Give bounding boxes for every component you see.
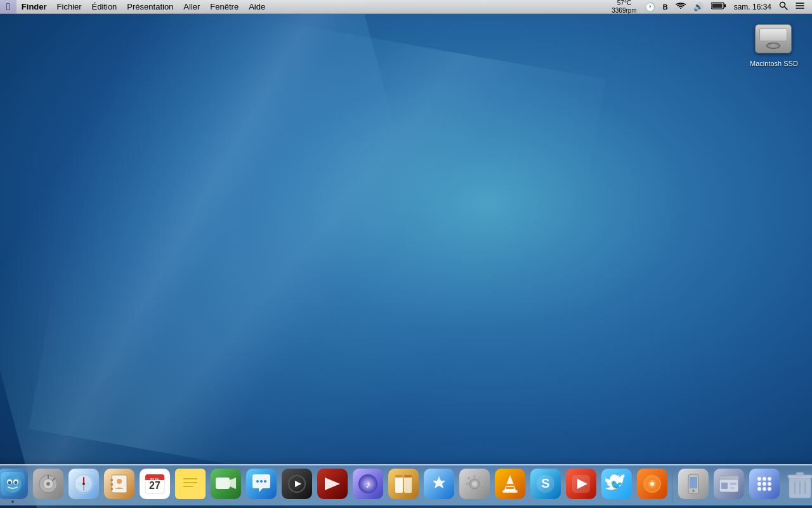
menu-aller[interactable]: Aller: [178, 0, 205, 14]
dock-item-stickies[interactable]: [174, 469, 207, 503]
svg-point-85: [768, 477, 771, 481]
dock-item-facetime[interactable]: [209, 469, 242, 503]
svg-rect-26: [110, 479, 113, 481]
menu-fenetre[interactable]: Fenêtre: [205, 0, 244, 14]
svg-rect-51: [404, 475, 412, 493]
svg-rect-53: [404, 475, 412, 478]
desktop:  Finder Fichier Édition Présentation Al…: [0, 0, 812, 508]
menubar-left:  Finder Fichier Édition Présentation Al…: [0, 0, 609, 14]
dock-item-twitter[interactable]: 🐦: [600, 469, 633, 503]
dock-item-dvdplayer[interactable]: [316, 469, 349, 503]
dock: SUN 27: [0, 464, 812, 505]
bluetooth-icon[interactable]: B: [660, 0, 671, 14]
dock-item-safari[interactable]: [67, 469, 100, 503]
svg-text:S: S: [541, 476, 549, 490]
launchpad-icon: [749, 469, 780, 499]
app1-icon: [566, 469, 596, 499]
dock-item-app1[interactable]: [565, 469, 598, 503]
svg-rect-65: [506, 487, 514, 489]
twitter-icon: 🐦: [601, 469, 632, 499]
quicktime-icon: [282, 469, 312, 499]
svg-point-91: [768, 487, 771, 491]
svg-rect-52: [395, 475, 403, 478]
svg-rect-56: [473, 475, 476, 478]
dock-item-messages[interactable]: [245, 469, 278, 503]
wifi-icon[interactable]: [673, 0, 688, 14]
desktop-hdd-icon[interactable]: Macintosh SSD: [749, 19, 799, 67]
svg-rect-57: [473, 490, 476, 493]
svg-rect-27: [110, 483, 113, 486]
dock-item-trash[interactable]: [783, 469, 813, 503]
dock-dot-finder: [11, 500, 14, 503]
svg-text:♪: ♪: [365, 479, 370, 490]
dock-separator: [672, 472, 673, 503]
trash-icon: [785, 469, 813, 499]
dock-item-finder[interactable]: [0, 469, 29, 503]
svg-rect-60: [467, 476, 471, 480]
svg-rect-2: [712, 3, 722, 8]
dock-item-ical[interactable]: SUN 27: [138, 469, 171, 503]
battery-icon[interactable]: [709, 0, 729, 14]
datetime-display[interactable]: sam. 16:34: [731, 0, 774, 14]
svg-text:27: 27: [149, 480, 160, 491]
clock-status-icon[interactable]: 🕐: [642, 0, 658, 14]
dock-item-vlc[interactable]: [494, 469, 527, 503]
dock-item-systemprefs[interactable]: [458, 469, 491, 503]
svg-point-13: [14, 481, 17, 485]
hdd-icon-image: [755, 19, 793, 57]
svg-rect-28: [110, 488, 113, 490]
menu-presentation[interactable]: Présentation: [122, 0, 178, 14]
dock-item-flux[interactable]: [636, 469, 669, 503]
skype-icon: S: [530, 469, 561, 499]
dock-item-launchpad[interactable]: [748, 469, 781, 503]
dock-item-ibooks[interactable]: [387, 469, 420, 503]
disk-utility-icon: [33, 469, 63, 499]
svg-point-84: [763, 477, 766, 481]
addressbook-icon: [104, 469, 134, 499]
svg-point-41: [256, 480, 259, 483]
svg-text:🐦: 🐦: [610, 479, 623, 491]
dock-item-appstore[interactable]: [422, 469, 455, 503]
menu-finder[interactable]: Finder: [16, 0, 52, 14]
svg-point-55: [472, 481, 477, 486]
svg-rect-63: [502, 490, 518, 493]
svg-point-76: [692, 490, 695, 492]
svg-rect-75: [690, 477, 697, 488]
ibooks-icon: [388, 469, 419, 499]
stickies-icon: [175, 469, 206, 499]
vlc-icon: [495, 469, 525, 499]
notification-icon[interactable]: [793, 0, 807, 14]
menubar-right: 57°C 3369rpm 🕐 B 🔊: [609, 0, 812, 15]
svg-rect-81: [730, 483, 737, 485]
svg-line-4: [785, 6, 788, 10]
svg-rect-79: [719, 478, 738, 480]
dock-item-iphone-config[interactable]: [677, 469, 710, 503]
svg-point-42: [260, 480, 263, 483]
svg-rect-59: [480, 483, 483, 485]
menu-fichier[interactable]: Fichier: [52, 0, 87, 14]
svg-point-90: [763, 487, 766, 491]
svg-rect-1: [724, 4, 726, 7]
svg-point-83: [757, 477, 761, 481]
svg-rect-80: [721, 483, 728, 489]
dock-item-quicktime[interactable]: [280, 469, 313, 503]
dock-item-skype[interactable]: S: [529, 469, 562, 503]
svg-point-9: [4, 475, 22, 493]
svg-point-16: [46, 482, 50, 486]
dock-container: SUN 27: [0, 464, 812, 508]
svg-rect-64: [505, 484, 515, 486]
svg-rect-39: [216, 478, 230, 489]
dock-item-itunes[interactable]: ♪: [351, 469, 384, 503]
svg-point-89: [757, 487, 761, 491]
dock-item-addressbook[interactable]: [103, 469, 136, 503]
svg-point-73: [650, 482, 654, 486]
hdd-label: Macintosh SSD: [749, 60, 799, 67]
dock-item-disk-utility[interactable]: [32, 469, 65, 503]
apple-menu[interactable]: : [0, 0, 16, 14]
spotlight-icon[interactable]: [776, 0, 790, 14]
menu-aide[interactable]: Aide: [244, 0, 270, 14]
volume-icon[interactable]: 🔊: [691, 0, 706, 14]
facetime-icon: [211, 469, 241, 499]
menu-edition[interactable]: Édition: [87, 0, 122, 14]
dock-item-finder-window[interactable]: [712, 469, 745, 503]
